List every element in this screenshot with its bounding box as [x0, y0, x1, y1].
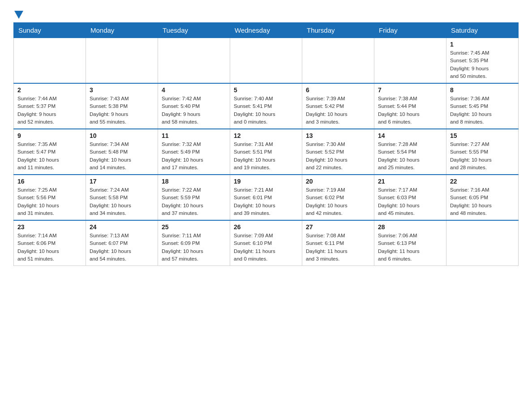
day-number: 24 — [90, 223, 154, 231]
day-number: 10 — [90, 132, 154, 139]
calendar-cell: 3Sunrise: 7:43 AM Sunset: 5:38 PM Daylig… — [86, 83, 158, 129]
day-info: Sunrise: 7:28 AM Sunset: 5:54 PM Dayligh… — [378, 141, 442, 171]
day-number: 8 — [450, 86, 515, 94]
day-header-wednesday: Wednesday — [230, 23, 302, 38]
day-header-thursday: Thursday — [302, 23, 374, 38]
calendar-cell: 4Sunrise: 7:42 AM Sunset: 5:40 PM Daylig… — [158, 83, 230, 129]
day-number: 17 — [90, 178, 154, 185]
day-info: Sunrise: 7:43 AM Sunset: 5:38 PM Dayligh… — [90, 95, 154, 126]
calendar-week-1: 1Sunrise: 7:45 AM Sunset: 5:35 PM Daylig… — [14, 38, 519, 84]
calendar-cell — [446, 220, 519, 266]
day-info: Sunrise: 7:22 AM Sunset: 5:59 PM Dayligh… — [162, 186, 226, 217]
logo-triangle-icon — [14, 11, 23, 19]
day-info: Sunrise: 7:45 AM Sunset: 5:35 PM Dayligh… — [450, 49, 515, 80]
calendar-header-row: SundayMondayTuesdayWednesdayThursdayFrid… — [14, 23, 519, 38]
calendar-cell: 2Sunrise: 7:44 AM Sunset: 5:37 PM Daylig… — [14, 83, 86, 129]
calendar-cell: 17Sunrise: 7:24 AM Sunset: 5:58 PM Dayli… — [86, 175, 158, 220]
day-number: 18 — [162, 178, 226, 185]
calendar-cell: 28Sunrise: 7:06 AM Sunset: 6:13 PM Dayli… — [374, 220, 446, 266]
calendar-cell — [374, 38, 446, 84]
day-info: Sunrise: 7:44 AM Sunset: 5:37 PM Dayligh… — [17, 95, 82, 126]
calendar-cell: 15Sunrise: 7:27 AM Sunset: 5:55 PM Dayli… — [446, 129, 519, 175]
calendar-cell — [230, 38, 302, 84]
day-info: Sunrise: 7:39 AM Sunset: 5:42 PM Dayligh… — [306, 95, 370, 126]
day-info: Sunrise: 7:13 AM Sunset: 6:07 PM Dayligh… — [90, 232, 154, 263]
calendar-cell — [302, 38, 374, 84]
calendar-cell — [158, 38, 230, 84]
day-number: 2 — [17, 86, 82, 94]
logo — [13, 9, 23, 18]
day-number: 22 — [450, 178, 515, 185]
day-number: 14 — [378, 132, 442, 139]
day-number: 16 — [17, 178, 82, 185]
day-info: Sunrise: 7:32 AM Sunset: 5:49 PM Dayligh… — [162, 141, 226, 171]
day-header-saturday: Saturday — [446, 23, 519, 38]
day-number: 3 — [90, 86, 154, 94]
day-header-friday: Friday — [374, 23, 446, 38]
calendar-cell: 20Sunrise: 7:19 AM Sunset: 6:02 PM Dayli… — [302, 175, 374, 220]
day-info: Sunrise: 7:16 AM Sunset: 6:05 PM Dayligh… — [450, 186, 515, 217]
day-info: Sunrise: 7:36 AM Sunset: 5:45 PM Dayligh… — [450, 95, 515, 126]
calendar-cell: 14Sunrise: 7:28 AM Sunset: 5:54 PM Dayli… — [374, 129, 446, 175]
day-number: 13 — [306, 132, 370, 139]
day-number: 9 — [17, 132, 82, 139]
day-info: Sunrise: 7:40 AM Sunset: 5:41 PM Dayligh… — [234, 95, 298, 126]
day-info: Sunrise: 7:30 AM Sunset: 5:52 PM Dayligh… — [306, 141, 370, 171]
calendar-cell: 12Sunrise: 7:31 AM Sunset: 5:51 PM Dayli… — [230, 129, 302, 175]
calendar-cell: 11Sunrise: 7:32 AM Sunset: 5:49 PM Dayli… — [158, 129, 230, 175]
day-info: Sunrise: 7:06 AM Sunset: 6:13 PM Dayligh… — [378, 232, 442, 263]
calendar-cell: 26Sunrise: 7:09 AM Sunset: 6:10 PM Dayli… — [230, 220, 302, 266]
day-number: 15 — [450, 132, 515, 139]
day-number: 26 — [234, 223, 298, 231]
day-info: Sunrise: 7:24 AM Sunset: 5:58 PM Dayligh… — [90, 186, 154, 217]
calendar-week-2: 2Sunrise: 7:44 AM Sunset: 5:37 PM Daylig… — [14, 83, 519, 129]
day-info: Sunrise: 7:31 AM Sunset: 5:51 PM Dayligh… — [234, 141, 298, 171]
calendar-cell — [14, 38, 86, 84]
day-info: Sunrise: 7:14 AM Sunset: 6:06 PM Dayligh… — [17, 232, 82, 263]
day-number: 28 — [378, 223, 442, 231]
day-number: 25 — [162, 223, 226, 231]
calendar-cell: 13Sunrise: 7:30 AM Sunset: 5:52 PM Dayli… — [302, 129, 374, 175]
calendar-cell: 5Sunrise: 7:40 AM Sunset: 5:41 PM Daylig… — [230, 83, 302, 129]
day-number: 4 — [162, 86, 226, 94]
day-number: 23 — [17, 223, 82, 231]
page-header — [13, 9, 519, 18]
day-number: 27 — [306, 223, 370, 231]
calendar-week-4: 16Sunrise: 7:25 AM Sunset: 5:56 PM Dayli… — [14, 175, 519, 220]
calendar-cell — [86, 38, 158, 84]
day-info: Sunrise: 7:34 AM Sunset: 5:48 PM Dayligh… — [90, 141, 154, 171]
day-header-tuesday: Tuesday — [158, 23, 230, 38]
day-header-monday: Monday — [86, 23, 158, 38]
calendar-cell: 24Sunrise: 7:13 AM Sunset: 6:07 PM Dayli… — [86, 220, 158, 266]
day-info: Sunrise: 7:19 AM Sunset: 6:02 PM Dayligh… — [306, 186, 370, 217]
day-info: Sunrise: 7:21 AM Sunset: 6:01 PM Dayligh… — [234, 186, 298, 217]
day-header-sunday: Sunday — [14, 23, 86, 38]
day-info: Sunrise: 7:38 AM Sunset: 5:44 PM Dayligh… — [378, 95, 442, 126]
day-info: Sunrise: 7:09 AM Sunset: 6:10 PM Dayligh… — [234, 232, 298, 263]
calendar-cell: 10Sunrise: 7:34 AM Sunset: 5:48 PM Dayli… — [86, 129, 158, 175]
day-number: 19 — [234, 178, 298, 185]
calendar-table: SundayMondayTuesdayWednesdayThursdayFrid… — [13, 22, 519, 266]
calendar-cell: 23Sunrise: 7:14 AM Sunset: 6:06 PM Dayli… — [14, 220, 86, 266]
calendar-cell: 18Sunrise: 7:22 AM Sunset: 5:59 PM Dayli… — [158, 175, 230, 220]
calendar-cell: 22Sunrise: 7:16 AM Sunset: 6:05 PM Dayli… — [446, 175, 519, 220]
day-info: Sunrise: 7:08 AM Sunset: 6:11 PM Dayligh… — [306, 232, 370, 263]
day-number: 21 — [378, 178, 442, 185]
calendar-cell: 19Sunrise: 7:21 AM Sunset: 6:01 PM Dayli… — [230, 175, 302, 220]
day-number: 11 — [162, 132, 226, 139]
day-info: Sunrise: 7:25 AM Sunset: 5:56 PM Dayligh… — [17, 186, 82, 217]
calendar-week-3: 9Sunrise: 7:35 AM Sunset: 5:47 PM Daylig… — [14, 129, 519, 175]
calendar-cell: 16Sunrise: 7:25 AM Sunset: 5:56 PM Dayli… — [14, 175, 86, 220]
day-number: 1 — [450, 41, 515, 48]
day-info: Sunrise: 7:42 AM Sunset: 5:40 PM Dayligh… — [162, 95, 226, 126]
day-number: 20 — [306, 178, 370, 185]
day-info: Sunrise: 7:17 AM Sunset: 6:03 PM Dayligh… — [378, 186, 442, 217]
day-info: Sunrise: 7:11 AM Sunset: 6:09 PM Dayligh… — [162, 232, 226, 263]
calendar-cell: 27Sunrise: 7:08 AM Sunset: 6:11 PM Dayli… — [302, 220, 374, 266]
calendar-cell: 21Sunrise: 7:17 AM Sunset: 6:03 PM Dayli… — [374, 175, 446, 220]
day-number: 12 — [234, 132, 298, 139]
calendar-cell: 6Sunrise: 7:39 AM Sunset: 5:42 PM Daylig… — [302, 83, 374, 129]
calendar-cell: 1Sunrise: 7:45 AM Sunset: 5:35 PM Daylig… — [446, 38, 519, 84]
calendar-cell: 9Sunrise: 7:35 AM Sunset: 5:47 PM Daylig… — [14, 129, 86, 175]
day-number: 7 — [378, 86, 442, 94]
